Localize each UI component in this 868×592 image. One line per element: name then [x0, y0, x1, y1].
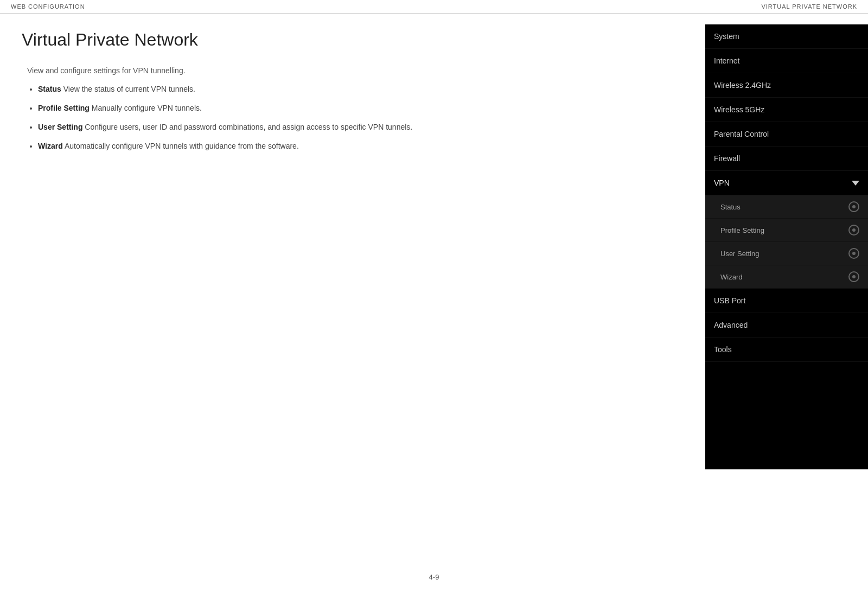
- nav-icon: [848, 271, 859, 282]
- bullet-list: Status View the status of current VPN tu…: [38, 84, 684, 152]
- sidebar-item-label: Parental Control: [714, 130, 769, 138]
- chevron-down-icon: [852, 181, 859, 186]
- sidebar-sub-item-user-setting[interactable]: User Setting: [705, 242, 868, 265]
- intro-text: View and configure settings for VPN tunn…: [27, 66, 684, 75]
- sidebar-sub-item-wizard[interactable]: Wizard: [705, 265, 868, 289]
- sidebar-item-label: Wireless 5GHz: [714, 105, 764, 114]
- sidebar-sub-item-status[interactable]: Status: [705, 195, 868, 219]
- sidebar: SystemInternetWireless 2.4GHzWireless 5G…: [705, 24, 868, 469]
- sidebar-item-label: Internet: [714, 56, 739, 65]
- sidebar-item-wireless-24[interactable]: Wireless 2.4GHz: [705, 73, 868, 98]
- sidebar-item-label: Tools: [714, 345, 732, 354]
- header-right: Virtual Private Network: [761, 3, 857, 10]
- sidebar-sub-label: User Setting: [720, 250, 760, 258]
- sidebar-item-system[interactable]: System: [705, 24, 868, 49]
- nav-icon: [848, 225, 859, 235]
- nav-icon: [848, 248, 859, 259]
- sidebar-item-firewall[interactable]: Firewall: [705, 147, 868, 171]
- sidebar-item-label: Advanced: [714, 321, 748, 329]
- content-area: Virtual Private Network View and configu…: [0, 14, 705, 567]
- nav-icon: [848, 201, 859, 212]
- sidebar-item-internet[interactable]: Internet: [705, 49, 868, 73]
- sidebar-item-label: Firewall: [714, 154, 740, 163]
- bullet-item: Status View the status of current VPN tu…: [38, 84, 684, 95]
- sidebar-item-usb-port[interactable]: USB Port: [705, 289, 868, 313]
- page-header: Web Configuration Virtual Private Networ…: [0, 0, 868, 14]
- sidebar-item-label: VPN: [714, 179, 730, 187]
- sidebar-item-label: System: [714, 32, 739, 41]
- sidebar-item-tools[interactable]: Tools: [705, 338, 868, 362]
- sidebar-sub-label: Wizard: [720, 273, 742, 281]
- bullet-item: Profile Setting Manually configure VPN t…: [38, 103, 684, 114]
- page-title: Virtual Private Network: [22, 30, 684, 50]
- sidebar-item-advanced[interactable]: Advanced: [705, 313, 868, 338]
- sidebar-item-parental-control[interactable]: Parental Control: [705, 122, 868, 147]
- sidebar-sub-label: Profile Setting: [720, 226, 764, 234]
- sidebar-item-label: USB Port: [714, 296, 745, 305]
- header-left: Web Configuration: [11, 3, 85, 10]
- main-layout: Virtual Private Network View and configu…: [0, 14, 868, 567]
- sidebar-sub-label: Status: [720, 203, 741, 211]
- sidebar-item-label: Wireless 2.4GHz: [714, 81, 771, 90]
- bullet-item: User Setting Configure users, user ID an…: [38, 122, 684, 133]
- sidebar-sub-vpn: StatusProfile SettingUser SettingWizard: [705, 195, 868, 289]
- sidebar-item-wireless-5[interactable]: Wireless 5GHz: [705, 98, 868, 122]
- bullet-item: Wizard Automatically configure VPN tunne…: [38, 141, 684, 152]
- sidebar-item-vpn[interactable]: VPN: [705, 171, 868, 195]
- sidebar-sub-item-profile-setting[interactable]: Profile Setting: [705, 219, 868, 242]
- page-footer: 4-9: [429, 573, 439, 581]
